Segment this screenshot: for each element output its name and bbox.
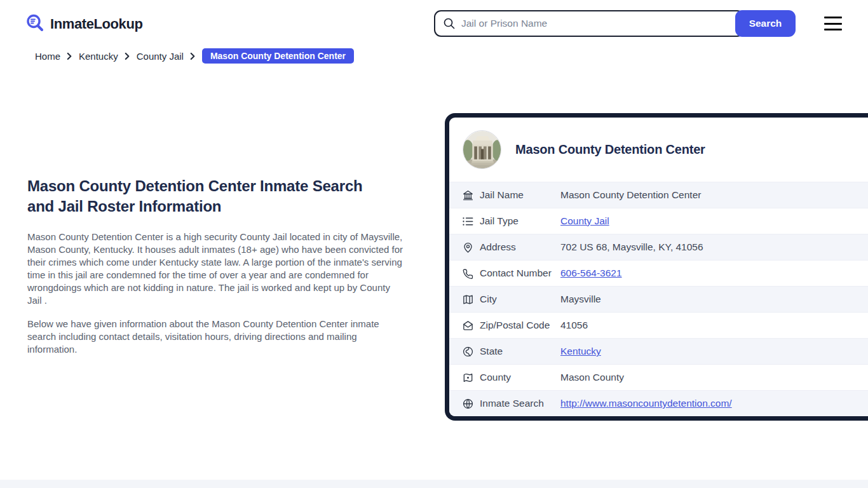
globe-americas-icon [461,344,475,358]
inmate-lookup-magnifier-icon [25,13,44,35]
jail-card-header: Mason County Detention Center [449,118,868,182]
courthouse-building-photo [463,130,501,169]
search-input[interactable] [461,18,735,29]
search-icon [443,17,456,30]
article-paragraph-1: Mason County Detention Center is a high … [27,231,405,307]
jail-info-table: Jail Name Mason County Detention Center … [449,182,868,416]
contact-number-link[interactable]: 606-564-3621 [560,268,622,279]
search-field[interactable] [434,10,744,37]
breadcrumb-county-jail[interactable]: County Jail [137,51,184,62]
chevron-right-icon [66,53,73,60]
table-row-city: City Maysville [449,286,868,312]
breadcrumb-home[interactable]: Home [35,51,60,62]
footer-strip [0,480,868,488]
folded-map-icon [461,292,475,306]
globe-icon [461,396,475,410]
jail-search-bar: Search [434,10,796,37]
table-row-jail-type: Jail Type County Jail [449,208,868,234]
county-map-icon [461,370,475,384]
chevron-right-icon [189,53,196,60]
county-jail-link[interactable]: County Jail [560,215,609,227]
table-row-contact-number: Contact Number 606-564-3621 [449,260,868,286]
breadcrumb-kentucky[interactable]: Kentucky [79,51,118,62]
table-row-state: State Kentucky [449,338,868,364]
phone-icon [461,266,475,280]
menu-hamburger-icon[interactable] [824,17,842,30]
breadcrumb-current-page: Mason County Detention Center [202,48,354,64]
table-row-address: Address 702 US 68, Maysville, KY, 41056 [449,234,868,260]
inmate-search-url-link[interactable]: http://www.masoncountydetention.com/ [560,398,732,409]
page-title: Mason County Detention Center Inmate Sea… [27,176,390,217]
article-paragraph-2: Below we have given information about th… [27,318,405,356]
table-row-zip: Zip/Postal Code 41056 [449,312,868,338]
envelope-icon [461,318,475,332]
table-row-county: County Mason County [449,364,868,390]
site-logo[interactable]: InmateLookup [25,13,143,35]
table-row-inmate-search: Inmate Search http://www.masoncountydete… [449,390,868,416]
article: Mason County Detention Center Inmate Sea… [27,176,405,356]
jail-card-title: Mason County Detention Center [515,142,705,157]
jail-info-card: Mason County Detention Center Jail Name … [445,113,868,421]
chevron-right-icon [124,53,131,60]
breadcrumb: Home Kentucky County Jail Mason County D… [35,48,354,64]
list-icon [461,214,475,228]
search-button[interactable]: Search [735,10,796,37]
bank-icon [461,188,475,202]
map-pin-icon [461,240,475,254]
state-kentucky-link[interactable]: Kentucky [560,346,601,357]
table-row-jail-name: Jail Name Mason County Detention Center [449,182,868,208]
site-logo-text: InmateLookup [50,16,143,32]
